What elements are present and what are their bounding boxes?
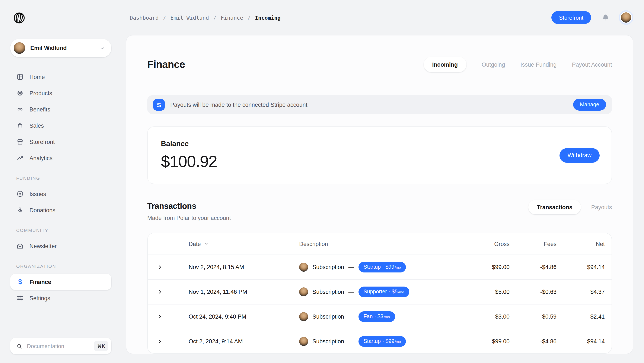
customer-avatar xyxy=(299,263,308,272)
storefront-button[interactable]: Storefront xyxy=(552,11,591,24)
breadcrumb-separator: / xyxy=(163,14,166,21)
sidebar-nav: Home Products Benefits xyxy=(10,69,112,306)
toggle-payouts[interactable]: Payouts xyxy=(591,204,612,210)
notifications-bell-icon[interactable] xyxy=(601,13,610,22)
sidebar-item-benefits[interactable]: Benefits xyxy=(10,101,112,117)
transactions-header: Transactions Made from Polar to your acc… xyxy=(147,202,612,223)
tab-payout-account[interactable]: Payout Account xyxy=(572,61,612,68)
fees-amount: -$0.63 xyxy=(510,289,556,295)
sidebar-section-organization: ORGANIZATION xyxy=(10,263,112,269)
transaction-type: Subscription xyxy=(312,313,344,320)
transactions-table: Date Description Gross Fees Net Nov 2, 2… xyxy=(147,233,612,353)
documentation-search[interactable]: Documentation ⌘K xyxy=(10,338,112,354)
sidebar-item-label: Home xyxy=(30,74,45,80)
table-row[interactable]: Nov 2, 2024, 8:15 AM Subscription — Star… xyxy=(148,254,612,279)
user-avatar[interactable] xyxy=(620,12,632,24)
sort-chevron-down-icon xyxy=(203,241,208,246)
table-row[interactable]: Nov 1, 2024, 11:46 PM Subscription — Sup… xyxy=(148,279,612,304)
page-header: Finance Incoming Outgoing Issue Funding … xyxy=(147,57,612,72)
stripe-icon: S xyxy=(153,99,165,110)
circle-dot-icon xyxy=(16,190,24,198)
sidebar-item-label: Products xyxy=(30,90,52,96)
topbar-actions: Storefront xyxy=(552,0,632,35)
expand-row-icon[interactable] xyxy=(157,264,162,270)
fees-amount: -$0.59 xyxy=(510,313,556,320)
net-amount: $4.37 xyxy=(556,289,605,295)
circles-icon xyxy=(16,206,24,214)
infinity-icon xyxy=(16,106,24,113)
product-badge: Supporter · $5/mo xyxy=(358,286,409,297)
shopping-bag-icon xyxy=(16,122,24,129)
sidebar-item-storefront[interactable]: Storefront xyxy=(10,134,112,150)
dash-separator: — xyxy=(348,264,354,270)
sidebar-item-newsletter[interactable]: Newsletter xyxy=(10,238,112,254)
transaction-type: Subscription xyxy=(312,264,344,270)
expand-row-icon[interactable] xyxy=(157,289,162,295)
sidebar-item-home[interactable]: Home xyxy=(10,69,112,85)
sidebar-item-donations[interactable]: Donations xyxy=(10,202,112,218)
breadcrumb-separator: / xyxy=(248,14,251,21)
withdraw-button[interactable]: Withdraw xyxy=(559,148,600,163)
organization-switcher[interactable]: Emil Widlund xyxy=(10,39,112,57)
sidebar-section-funding: FUNDING xyxy=(10,176,112,181)
tab-incoming[interactable]: Incoming xyxy=(424,57,466,72)
breadcrumb-item-current: Incoming xyxy=(255,14,280,21)
trending-up-icon xyxy=(16,154,24,162)
balance-info: Balance $100.92 xyxy=(161,140,217,171)
search-icon xyxy=(16,343,22,349)
sidebar-item-settings[interactable]: Settings xyxy=(10,290,112,306)
expand-row-icon[interactable] xyxy=(157,339,162,344)
sidebar-item-analytics[interactable]: Analytics xyxy=(10,150,112,166)
manage-button[interactable]: Manage xyxy=(573,99,606,111)
app: Dashboard / Emil Widlund / Finance / Inc… xyxy=(0,0,644,363)
products-icon xyxy=(16,89,24,97)
expand-row-icon[interactable] xyxy=(157,314,162,319)
table-row[interactable]: Oct 2, 2024, 9:14 AM Subscription — Star… xyxy=(148,329,612,353)
sidebar-item-label: Finance xyxy=(30,279,51,285)
column-header-gross: Gross xyxy=(458,241,510,247)
transaction-date: Oct 24, 2024, 9:40 PM xyxy=(189,313,299,320)
keyboard-shortcut-badge: ⌘K xyxy=(94,341,108,351)
fees-amount: -$4.86 xyxy=(510,264,556,270)
toggle-transactions[interactable]: Transactions xyxy=(528,200,581,214)
breadcrumb: Dashboard / Emil Widlund / Finance / Inc… xyxy=(130,0,280,35)
dash-separator: — xyxy=(348,289,354,295)
transactions-heading: Transactions Made from Polar to your acc… xyxy=(147,202,231,221)
dollar-icon: $ xyxy=(16,278,24,286)
stripe-banner-text: Payouts will be made to the connected St… xyxy=(170,101,307,108)
table-row[interactable]: Oct 24, 2024, 9:40 PM Subscription — Fan… xyxy=(148,304,612,329)
storefront-icon xyxy=(16,138,24,146)
sidebar-item-products[interactable]: Products xyxy=(10,85,112,101)
column-header-date[interactable]: Date xyxy=(189,241,299,247)
user-name: Emil Widlund xyxy=(30,45,94,51)
net-amount: $94.14 xyxy=(556,338,605,345)
finance-tabs: Incoming Outgoing Issue Funding Payout A… xyxy=(424,57,612,72)
sidebar-item-label: Analytics xyxy=(30,155,52,161)
sidebar-item-label: Storefront xyxy=(30,139,55,145)
column-header-fees: Fees xyxy=(510,241,556,247)
tab-issue-funding[interactable]: Issue Funding xyxy=(520,61,557,68)
product-badge: Startup · $99/mo xyxy=(358,262,406,272)
sidebar-item-label: Sales xyxy=(30,122,44,129)
fees-amount: -$4.86 xyxy=(510,338,556,345)
breadcrumb-item[interactable]: Dashboard xyxy=(130,14,158,21)
sidebar-item-issues[interactable]: Issues xyxy=(10,186,112,202)
net-amount: $94.14 xyxy=(556,264,605,270)
customer-avatar xyxy=(299,312,308,321)
tab-outgoing[interactable]: Outgoing xyxy=(482,61,505,68)
sidebar-item-label: Settings xyxy=(30,295,50,301)
breadcrumb-item[interactable]: Finance xyxy=(221,14,243,21)
product-badge: Startup · $99/mo xyxy=(358,336,406,347)
gross-amount: $99.00 xyxy=(458,264,510,270)
sidebar-section-community: COMMUNITY xyxy=(10,228,112,233)
polar-logo-icon[interactable] xyxy=(13,12,25,24)
customer-avatar xyxy=(299,337,308,346)
sidebar-item-finance[interactable]: $ Finance xyxy=(10,274,112,290)
mail-icon xyxy=(16,242,24,250)
breadcrumb-item[interactable]: Emil Widlund xyxy=(170,14,209,21)
column-label: Date xyxy=(189,241,201,247)
table-header-row: Date Description Gross Fees Net xyxy=(148,233,612,254)
sidebar-item-sales[interactable]: Sales xyxy=(10,117,112,134)
balance-card: Balance $100.92 Withdraw xyxy=(147,126,612,184)
home-icon xyxy=(16,73,24,81)
